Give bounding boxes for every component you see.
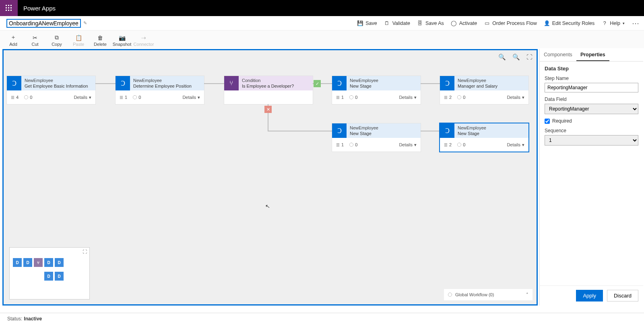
- stage-name: Get Employee Basic Information: [25, 83, 92, 89]
- activate-button[interactable]: ◯Activate: [451, 21, 477, 26]
- saveas-button[interactable]: 🗄Save As: [417, 21, 444, 26]
- zoom-in-icon[interactable]: 🔍: [512, 53, 520, 61]
- connector-tool[interactable]: ⇢Connector: [133, 35, 155, 47]
- details-label: Details: [74, 95, 87, 100]
- trigger-count: 0: [355, 142, 357, 147]
- fit-icon[interactable]: ⛶: [526, 53, 533, 61]
- required-checkbox[interactable]: [545, 119, 550, 124]
- validate-button[interactable]: 🗒Validate: [384, 21, 410, 26]
- discard-button[interactable]: Discard: [607, 290, 638, 301]
- apply-button[interactable]: Apply: [576, 290, 603, 301]
- details-toggle[interactable]: Details▾: [74, 95, 91, 100]
- trigger-icon: [133, 95, 137, 99]
- stage-name: Manager and Salary: [458, 83, 525, 89]
- steps-icon: ☰: [444, 95, 448, 100]
- plus-icon: ＋: [10, 34, 16, 41]
- steps-count: 2: [449, 95, 452, 100]
- add-tool[interactable]: ＋Add: [2, 34, 24, 47]
- connector-line: [268, 131, 332, 131]
- copy-label: Copy: [52, 42, 62, 47]
- data-field-select[interactable]: ReportingManager: [545, 104, 638, 114]
- stage-determine-position[interactable]: Ͻ NewEmployeeDetermine Employee Position…: [116, 76, 204, 104]
- chevron-down-icon: ▾: [89, 95, 91, 100]
- stage-manager-salary[interactable]: Ͻ NewEmployeeManager and Salary ☰2 0 Det…: [440, 76, 528, 104]
- sequence-select[interactable]: 1: [545, 135, 638, 146]
- delete-tool[interactable]: 🗑Delete: [89, 35, 111, 47]
- details-label: Details: [507, 95, 520, 100]
- connector-line: [204, 83, 224, 84]
- condition-yes-icon: ✓: [314, 80, 321, 87]
- paste-icon: 📋: [75, 35, 82, 41]
- minimap-node: D: [44, 272, 53, 281]
- chevron-down-icon: ▾: [198, 95, 200, 100]
- connector-line: [420, 131, 440, 131]
- copy-icon: ⧉: [55, 34, 59, 41]
- workflow-icon: [448, 293, 452, 297]
- save-label: Save: [365, 21, 377, 26]
- stage-entity: NewEmployee: [350, 125, 417, 131]
- process-name[interactable]: OnboardingANewEmployee: [6, 19, 81, 28]
- stage-entity: NewEmployee: [458, 125, 525, 131]
- edit-name-icon[interactable]: ✎: [83, 21, 87, 26]
- global-workflow-bar[interactable]: Global Workflow (0) ˄: [444, 289, 533, 300]
- security-icon: 👤: [544, 21, 550, 26]
- security-button[interactable]: 👤Edit Security Roles: [544, 21, 595, 26]
- stage-new-yes-1[interactable]: Ͻ NewEmployeeNew Stage ☰1 0 Details▾: [332, 76, 421, 104]
- connector-label: Connector: [134, 42, 154, 47]
- svg-rect-7: [8, 10, 9, 11]
- delete-icon: 🗑: [97, 35, 103, 41]
- add-label: Add: [9, 42, 17, 47]
- details-label: Details: [507, 142, 520, 147]
- status-bar: Status: Inactive: [0, 313, 644, 324]
- steps-count: 1: [341, 95, 344, 100]
- minimap-expand-icon[interactable]: ⛶: [83, 249, 87, 254]
- zoom-out-icon[interactable]: 🔍: [498, 53, 506, 61]
- stage-new-no-1[interactable]: Ͻ NewEmployeeNew Stage ☰1 0 Details▾: [332, 123, 421, 152]
- trigger-count: 0: [138, 95, 141, 100]
- app-launcher[interactable]: [0, 0, 18, 16]
- steps-icon: ☰: [11, 95, 14, 100]
- steps-icon: ☰: [120, 95, 123, 100]
- stage-icon: Ͻ: [7, 76, 21, 90]
- stage-icon: Ͻ: [440, 76, 454, 90]
- condition-is-developer[interactable]: ⑂ ConditionIs Employee a Developer?: [224, 76, 313, 104]
- stage-basic-info[interactable]: Ͻ NewEmployeeGet Employee Basic Informat…: [7, 76, 95, 104]
- step-name-input[interactable]: [545, 83, 638, 92]
- save-icon: 💾: [357, 21, 363, 26]
- trigger-count: 0: [463, 142, 465, 147]
- details-toggle[interactable]: Details▾: [182, 95, 200, 100]
- cut-tool[interactable]: ✂Cut: [24, 35, 46, 47]
- global-workflow-label: Global Workflow (0): [455, 292, 494, 297]
- details-toggle[interactable]: Details▾: [507, 95, 524, 100]
- properties-panel: Components Properties Data Step Step Nam…: [539, 49, 643, 306]
- tab-components[interactable]: Components: [540, 49, 576, 61]
- copy-tool[interactable]: ⧉Copy: [46, 34, 68, 47]
- designer-canvas[interactable]: 🔍 🔍 ⛶ ✓ ✕ Ͻ NewEmployeeGet Employee Basi…: [2, 49, 538, 306]
- help-label: Help: [610, 21, 620, 26]
- stage-icon: Ͻ: [332, 123, 347, 138]
- order-icon: ▭: [484, 21, 490, 26]
- save-button[interactable]: 💾Save: [357, 21, 377, 26]
- details-toggle[interactable]: Details▾: [399, 95, 417, 100]
- paste-tool[interactable]: 📋Paste: [68, 35, 89, 47]
- stage-name: New Stage: [458, 131, 525, 136]
- details-toggle[interactable]: Details▾: [507, 142, 524, 148]
- canvas-tools: 🔍 🔍 ⛶: [498, 53, 533, 61]
- trigger-icon: [24, 95, 28, 99]
- more-button[interactable]: ⋯: [632, 19, 640, 28]
- condition-name: Is Employee a Developer?: [242, 83, 310, 89]
- trigger-icon: [349, 143, 353, 147]
- condition-icon: ⑂: [224, 76, 239, 90]
- trigger-count: 0: [355, 95, 357, 100]
- order-button[interactable]: ▭Order Process Flow: [484, 21, 537, 26]
- validate-icon: 🗒: [384, 21, 390, 26]
- tab-properties[interactable]: Properties: [576, 49, 609, 61]
- details-label: Details: [399, 142, 413, 147]
- svg-rect-8: [10, 10, 12, 11]
- chevron-down-icon: ▾: [414, 142, 417, 148]
- minimap[interactable]: ⛶ D D ⑂ D D D D: [9, 247, 90, 299]
- help-button[interactable]: ?Help▾: [602, 21, 625, 26]
- snapshot-tool[interactable]: 📷Snapshot: [111, 35, 133, 47]
- details-toggle[interactable]: Details▾: [399, 142, 417, 148]
- stage-new-no-2[interactable]: Ͻ NewEmployeeNew Stage ☰2 0 Details▾: [440, 123, 528, 152]
